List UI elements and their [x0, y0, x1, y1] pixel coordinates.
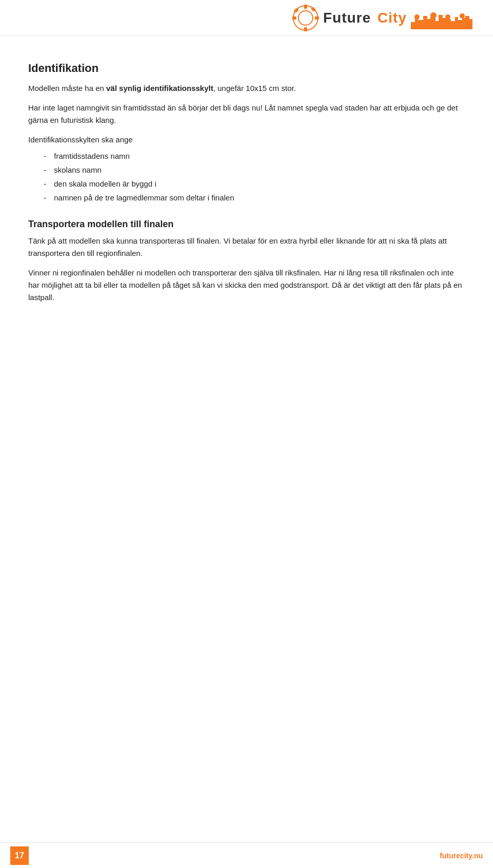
svg-rect-4	[292, 16, 296, 20]
svg-point-26	[445, 14, 450, 20]
main-content: Identifikation Modellen måste ha en väl …	[0, 36, 493, 352]
svg-rect-13	[430, 17, 435, 29]
list-item: skolans namn	[44, 163, 465, 177]
list-intro: Identifikationsskylten ska ange	[28, 134, 465, 146]
logo-text: Future City	[323, 10, 407, 26]
svg-rect-19	[455, 17, 458, 29]
svg-point-1	[298, 11, 313, 25]
logo: Future City	[292, 5, 472, 31]
svg-point-27	[460, 13, 465, 19]
paragraph-3: Tänk på att modellen ska kunna transport…	[28, 235, 465, 260]
svg-rect-5	[315, 16, 319, 20]
svg-rect-12	[427, 19, 430, 29]
list-item: namnen på de tre lagmedlemmar som deltar…	[44, 191, 465, 205]
page-footer: 17 futurecity.nu	[0, 842, 493, 868]
svg-rect-10	[418, 20, 423, 29]
svg-rect-20	[458, 20, 462, 29]
paragraph-2: Har inte laget namngivit sin framtidssta…	[28, 102, 465, 126]
paragraph-1-bold: väl synlig identifikationsskylt	[106, 84, 213, 93]
svg-rect-3	[304, 27, 307, 31]
svg-point-24	[414, 14, 420, 20]
svg-rect-2	[304, 5, 307, 9]
page-number: 17	[10, 846, 29, 865]
sub-heading: Transportera modellen till finalen	[28, 219, 465, 230]
svg-rect-11	[423, 16, 427, 29]
svg-rect-21	[462, 18, 465, 29]
paragraph-1: Modellen måste ha en väl synlig identifi…	[28, 82, 465, 95]
bullet-list: framtidsstadens namn skolans namn den sk…	[28, 149, 465, 205]
svg-rect-18	[451, 21, 455, 29]
svg-rect-17	[446, 19, 451, 29]
logo-city: City	[377, 10, 407, 26]
footer-url: futurecity.nu	[440, 852, 483, 860]
paragraph-4: Vinner ni regionfinalen behåller ni mode…	[28, 267, 465, 304]
list-item: den skala modellen är byggd i	[44, 177, 465, 191]
svg-rect-8	[411, 22, 415, 29]
paragraph-1-end: , ungefär 10x15 cm stor.	[213, 84, 296, 93]
identification-list-section: Identifikationsskylten ska ange framtids…	[28, 134, 465, 205]
cityscape-icon	[411, 7, 472, 29]
svg-rect-16	[443, 18, 446, 29]
page-header: Future City	[0, 0, 493, 36]
section-heading: Identifikation	[28, 62, 465, 75]
list-item: framtidsstadens namn	[44, 149, 465, 163]
svg-rect-9	[415, 18, 418, 29]
svg-rect-22	[465, 16, 469, 29]
svg-rect-15	[439, 15, 443, 29]
svg-rect-14	[435, 21, 439, 29]
svg-point-25	[430, 12, 437, 19]
paragraph-1-text: Modellen måste ha en	[28, 84, 106, 93]
svg-rect-23	[469, 19, 472, 29]
logo-future: Future	[323, 10, 371, 26]
logo-icon	[292, 5, 319, 31]
